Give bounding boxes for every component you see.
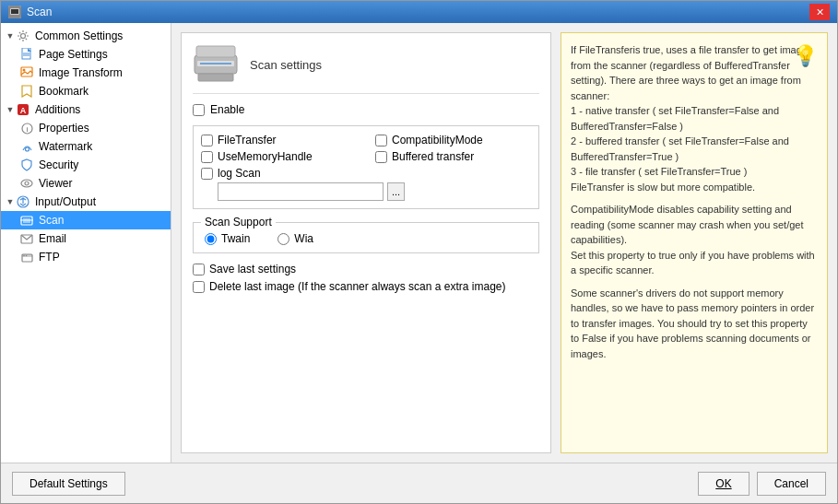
ok-button[interactable]: OK	[698, 472, 749, 496]
sidebar-item-label-image-transform: Image Transform	[39, 66, 123, 79]
delete-last-image-label: Delete last image (If the scanner always…	[209, 280, 505, 293]
arrow-input-output: ▼	[5, 197, 16, 206]
page-icon	[19, 47, 34, 62]
scan-icon	[19, 213, 34, 228]
sidebar-item-label-additions: Additions	[35, 103, 80, 116]
wia-radio[interactable]	[277, 233, 289, 245]
sidebar-item-ftp[interactable]: FTP	[1, 248, 171, 266]
svg-text:i: i	[26, 125, 28, 132]
sidebar-item-label-scan: Scan	[39, 214, 64, 227]
file-transfer-item: FileTransfer	[201, 134, 357, 147]
info-paragraph-2: CompatibilityMode disables capability se…	[571, 202, 818, 278]
buffered-transfer-item: Buffered transfer	[375, 150, 531, 163]
ok-label: OK	[715, 477, 731, 490]
file-transfer-checkbox[interactable]	[201, 135, 213, 147]
title-bar: Scan ✕	[1, 1, 837, 23]
delete-last-image-item: Delete last image (If the scanner always…	[193, 280, 539, 293]
enable-checkbox[interactable]	[193, 104, 205, 116]
svg-point-15	[25, 182, 29, 185]
info-paragraph-3: Some scanner's drivers do not support me…	[571, 286, 818, 362]
info-paragraph-1: If FileTransferis true, uses a file tran…	[571, 42, 818, 194]
buffered-transfer-label: Buffered transfer	[392, 150, 474, 163]
gear-icon	[16, 29, 30, 43]
sidebar-item-viewer[interactable]: Viewer	[1, 174, 171, 193]
compatibility-mode-label: CompatibilityMode	[392, 134, 483, 147]
twain-radio[interactable]	[205, 233, 217, 245]
watermark-icon	[19, 139, 34, 154]
use-memory-handle-checkbox[interactable]	[201, 151, 213, 163]
security-icon	[19, 158, 34, 172]
log-scan-label: log Scan	[218, 167, 261, 180]
browse-button[interactable]: ...	[387, 182, 405, 201]
default-settings-button[interactable]: Default Settings	[12, 472, 125, 496]
sidebar-item-label-security: Security	[39, 158, 78, 171]
sidebar-item-input-output[interactable]: ▼ Input/Output	[1, 193, 171, 211]
sidebar-item-label-common-settings: Common Settings	[35, 29, 123, 42]
window-title: Scan	[27, 6, 52, 18]
svg-point-8	[23, 69, 26, 72]
delete-last-image-checkbox[interactable]	[193, 281, 205, 293]
sidebar-item-security[interactable]: Security	[1, 156, 171, 174]
wia-option: Wia	[277, 232, 313, 245]
scan-support-options: Twain Wia	[205, 232, 527, 245]
twain-label: Twain	[221, 232, 250, 245]
svg-point-14	[21, 180, 32, 187]
arrow-common-settings: ▼	[5, 31, 16, 41]
sidebar-item-label-viewer: Viewer	[39, 177, 72, 190]
sidebar-item-page-settings[interactable]: Page Settings	[1, 45, 171, 64]
ftp-icon	[19, 250, 34, 264]
sidebar-item-email[interactable]: Email	[1, 229, 171, 248]
settings-panel: Scan settings Enable FileTransfer Compat	[181, 32, 551, 453]
bottom-bar-right: OK Cancel	[698, 472, 826, 496]
enable-label: Enable	[210, 103, 244, 116]
title-bar-left: Scan	[8, 6, 52, 18]
scanner-image	[193, 44, 239, 86]
input-output-icon	[16, 194, 30, 209]
sidebar-item-watermark[interactable]: Watermark	[1, 137, 171, 156]
viewer-icon	[19, 176, 34, 191]
options-grid: FileTransfer CompatibilityMode UseMemory…	[193, 125, 539, 209]
twain-option: Twain	[205, 232, 250, 245]
close-button[interactable]: ✕	[809, 4, 830, 20]
main-window: Scan ✕ ▼ Common Settings	[0, 0, 838, 504]
arrow-additions: ▼	[5, 105, 16, 114]
scan-header: Scan settings	[193, 44, 539, 94]
bottom-checks: Save last settings Delete last image (If…	[193, 263, 539, 293]
save-last-settings-checkbox[interactable]	[193, 264, 205, 275]
sidebar-item-properties[interactable]: i Properties	[1, 119, 171, 137]
sidebar-item-bookmark[interactable]: Bookmark	[1, 82, 171, 100]
svg-rect-2	[11, 9, 18, 14]
scan-support-label: Scan Support	[201, 216, 276, 229]
sidebar-item-common-settings[interactable]: ▼ Common Settings	[1, 27, 171, 45]
right-panel: Scan settings Enable FileTransfer Compat	[171, 23, 837, 463]
sidebar-item-scan[interactable]: Scan	[1, 211, 171, 229]
sidebar-item-label-input-output: Input/Output	[35, 195, 96, 208]
buffered-transfer-checkbox[interactable]	[375, 151, 387, 163]
log-scan-item: log Scan ...	[201, 167, 531, 201]
sidebar-item-image-transform[interactable]: Image Transform	[1, 64, 171, 82]
compatibility-mode-item: CompatibilityMode	[375, 134, 531, 147]
sidebar-item-label-watermark: Watermark	[39, 140, 92, 153]
sidebar-item-additions[interactable]: ▼ A Additions	[1, 100, 171, 119]
wia-label: Wia	[294, 232, 313, 245]
sidebar-item-label-ftp: FTP	[39, 251, 60, 264]
sidebar-item-label-email: Email	[39, 232, 66, 245]
compatibility-mode-checkbox[interactable]	[375, 135, 387, 147]
cancel-button[interactable]: Cancel	[757, 472, 826, 496]
properties-icon: i	[19, 121, 34, 135]
app-icon	[8, 6, 21, 18]
log-scan-checkbox[interactable]	[201, 168, 213, 180]
svg-rect-28	[198, 74, 233, 81]
settings-title: Scan settings	[250, 58, 322, 72]
save-last-settings-item: Save last settings	[193, 263, 539, 275]
svg-point-23	[23, 254, 25, 256]
log-input-row: ...	[218, 182, 405, 201]
image-transform-icon	[19, 65, 34, 80]
svg-point-3	[21, 34, 26, 39]
enable-section: Enable	[193, 103, 539, 116]
svg-rect-27	[196, 46, 235, 57]
log-path-input[interactable]	[218, 182, 384, 201]
bookmark-icon	[19, 84, 34, 99]
additions-icon: A	[16, 102, 30, 117]
use-memory-handle-item: UseMemoryHandle	[201, 150, 357, 163]
